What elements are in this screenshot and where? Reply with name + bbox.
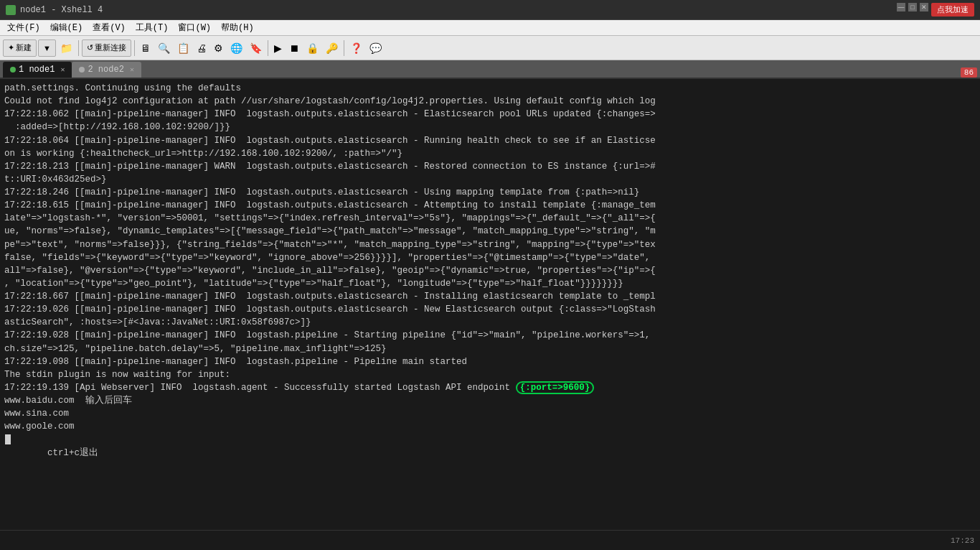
close-button[interactable]: ✕ bbox=[920, 3, 928, 11]
tab-close-1[interactable]: ✕ bbox=[60, 65, 65, 74]
reconnect-button[interactable]: ↺ 重新连接 bbox=[82, 39, 131, 57]
separator-1 bbox=[78, 40, 79, 56]
tab-label-2: 2 node2 bbox=[88, 65, 123, 75]
menu-bar: 文件(F) 编辑(E) 查看(V) 工具(T) 窗口(W) 帮助(H) bbox=[0, 20, 980, 36]
tab-status-dot-1 bbox=[10, 67, 16, 73]
terminal-line-22: The stdin plugin is now waiting for inpu… bbox=[4, 368, 976, 381]
separator-3 bbox=[268, 40, 268, 56]
terminal-line-6: 17:22:18.213 [[main]-pipeline-manager] W… bbox=[4, 160, 976, 173]
window-title: node1 - Xshell 4 bbox=[20, 5, 103, 15]
window-controls: — □ ✕ 点我加速 bbox=[897, 3, 974, 17]
app-icon bbox=[6, 5, 16, 15]
dropdown-button[interactable]: ▼ bbox=[38, 39, 56, 57]
terminal-line-18: asticSearch", :hosts=>[#<Java::JavaNet::… bbox=[4, 316, 976, 329]
terminal-line-3: :added=>[http://192.168.100.102:9200/]}} bbox=[4, 121, 976, 134]
new-icon: ✦ bbox=[8, 43, 14, 52]
status-bar: 17:23 bbox=[0, 530, 980, 550]
terminal-line-13: false, "fields"=>{"keyword"=>{"type"=>"k… bbox=[4, 251, 976, 264]
terminal-line-5: on is working {:healthcheck_url=>http://… bbox=[4, 147, 976, 160]
terminal-line-23: 17:22:19.139 [Api Webserver] INFO logsta… bbox=[4, 381, 976, 394]
terminal-line-1: Could not find log4j2 configuration at p… bbox=[4, 95, 976, 108]
tab-label-1: 1 node1 bbox=[19, 65, 55, 75]
tabs-bar: 1 node1 ✕ 2 node2 ✕ 86 bbox=[0, 60, 980, 79]
status-time: 17:23 bbox=[951, 536, 974, 545]
menu-file[interactable]: 文件(F) bbox=[3, 20, 44, 35]
tab-node1[interactable]: 1 node1 ✕ bbox=[3, 62, 72, 78]
menu-view[interactable]: 查看(V) bbox=[88, 20, 130, 35]
search-icon[interactable]: 🔍 bbox=[155, 39, 173, 57]
terminal-line-9: 17:22:18.615 [[main]-pipeline-manager] I… bbox=[4, 199, 976, 212]
terminal-line-21: 17:22:19.098 [[main]-pipeline-manager] I… bbox=[4, 355, 976, 368]
minimize-button[interactable]: — bbox=[897, 3, 905, 11]
terminal-line-15: , "location"=>{"type"=>"geo_point"}, "la… bbox=[4, 277, 976, 290]
chat-icon[interactable]: 💬 bbox=[367, 39, 385, 57]
terminal-line-16: 17:22:18.667 [[main]-pipeline-manager] I… bbox=[4, 290, 976, 303]
print-icon[interactable]: 🖨 bbox=[194, 39, 209, 57]
terminal-line-4: 17:22:18.064 [[main]-pipeline-manager] I… bbox=[4, 134, 976, 147]
terminal-line-0: path.settings. Continuing using the defa… bbox=[4, 82, 976, 95]
settings-icon[interactable]: ⚙ bbox=[211, 39, 226, 57]
terminal-line-27 bbox=[4, 433, 976, 446]
globe-icon[interactable]: 🌐 bbox=[227, 39, 245, 57]
key-icon[interactable]: 🔑 bbox=[323, 39, 341, 57]
terminal-line-28: ctrl+c退出 bbox=[4, 447, 976, 460]
terminal-line-12: pe"=>"text", "norms"=>false}}}, {"string… bbox=[4, 238, 976, 251]
maximize-button[interactable]: □ bbox=[908, 3, 917, 11]
terminal-line-7: t::URI:0x463d25ed>} bbox=[4, 173, 976, 186]
separator-2 bbox=[134, 40, 135, 56]
tab-close-2[interactable]: ✕ bbox=[130, 65, 134, 74]
monitor-icon[interactable]: 🖥 bbox=[138, 39, 154, 57]
tabs-right-area: 86 bbox=[961, 67, 977, 78]
play-icon[interactable]: ▶ bbox=[271, 39, 285, 57]
speed-button[interactable]: 点我加速 bbox=[931, 3, 974, 17]
terminal-cursor bbox=[5, 434, 11, 444]
separator-4 bbox=[344, 40, 344, 56]
tab-node2[interactable]: 2 node2 ✕ bbox=[72, 62, 141, 78]
copy-icon[interactable]: 📋 bbox=[174, 39, 192, 57]
folder-icon[interactable]: 📁 bbox=[57, 39, 75, 57]
terminal-line-10: late"=>"logstash-*", "version"=>50001, "… bbox=[4, 212, 976, 225]
toolbar: ✦ 新建 ▼ 📁 ↺ 重新连接 🖥 🔍 📋 🖨 ⚙ 🌐 🔖 ▶ ⏹ 🔒 🔑 ❓ … bbox=[0, 36, 980, 60]
title-bar-left: node1 - Xshell 4 bbox=[6, 5, 103, 15]
terminal-line-2: 17:22:18.062 [[main]-pipeline-manager] I… bbox=[4, 108, 976, 121]
terminal-line-8: 17:22:18.246 [[main]-pipeline-manager] I… bbox=[4, 186, 976, 199]
highlighted-port: {:port=>9600} bbox=[516, 381, 595, 394]
new-label: 新建 bbox=[16, 42, 32, 53]
terminal-line-11: ue, "norms"=>false}, "dynamic_templates"… bbox=[4, 225, 976, 238]
terminal-line-19: 17:22:19.028 [[main]-pipeline-manager] I… bbox=[4, 329, 976, 342]
reconnect-icon: ↺ bbox=[87, 43, 93, 52]
bookmark-icon[interactable]: 🔖 bbox=[247, 39, 265, 57]
tab-status-dot-2 bbox=[79, 67, 85, 73]
stop-icon[interactable]: ⏹ bbox=[286, 39, 302, 57]
terminal-line-25: www.sina.com bbox=[4, 407, 976, 420]
terminal-line-17: 17:22:19.026 [[main]-pipeline-manager] I… bbox=[4, 303, 976, 316]
title-bar: node1 - Xshell 4 — □ ✕ 点我加速 bbox=[0, 0, 980, 20]
new-button[interactable]: ✦ 新建 bbox=[3, 39, 37, 57]
menu-window[interactable]: 窗口(W) bbox=[174, 20, 215, 35]
terminal-line-14: all"=>false}, "@version"=>{"type"=>"keyw… bbox=[4, 264, 976, 277]
terminal-line-26: www.goole.com bbox=[4, 420, 976, 433]
menu-help[interactable]: 帮助(H) bbox=[217, 20, 258, 35]
terminal-line-24: www.baidu.com 输入后回车 bbox=[4, 394, 976, 407]
tabs-badge: 86 bbox=[961, 67, 977, 78]
terminal-area[interactable]: path.settings. Continuing using the defa… bbox=[0, 79, 980, 550]
menu-edit[interactable]: 编辑(E) bbox=[46, 20, 88, 35]
reconnect-label: 重新连接 bbox=[95, 42, 126, 53]
lock-icon[interactable]: 🔒 bbox=[303, 39, 321, 57]
terminal-line-20: ch.size"=>125, "pipeline.batch.delay"=>5… bbox=[4, 342, 976, 355]
menu-tools[interactable]: 工具(T) bbox=[131, 20, 173, 35]
help-icon[interactable]: ❓ bbox=[347, 39, 365, 57]
